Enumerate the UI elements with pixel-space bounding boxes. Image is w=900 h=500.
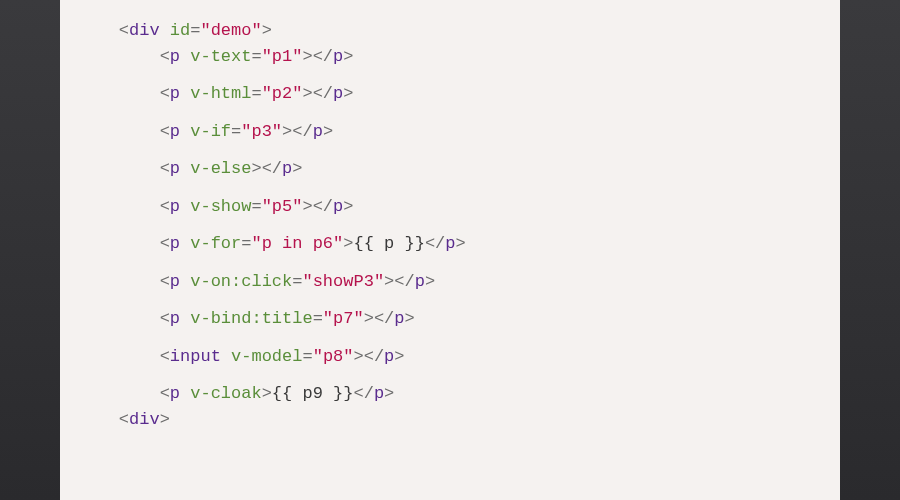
tag-p: p <box>170 384 180 403</box>
attr-v-if: v-if <box>190 122 231 141</box>
angle-close: > <box>302 47 312 66</box>
attr-v-else: v-else <box>190 159 251 178</box>
indent <box>78 410 119 429</box>
angle-close: > <box>343 197 353 216</box>
code-line: <p v-for="p in p6">{{ p }}</p> <box>60 231 840 257</box>
code-line: <input v-model="p8"></p> <box>60 344 840 370</box>
space <box>180 234 190 253</box>
space <box>180 272 190 291</box>
angle-open: < <box>160 272 170 291</box>
space <box>160 21 170 40</box>
attr-v-cloak: v-cloak <box>190 384 261 403</box>
equals: = <box>251 84 261 103</box>
quote: " <box>302 272 312 291</box>
tag-p: p <box>170 159 180 178</box>
indent <box>78 197 160 216</box>
code-line: <div id="demo"> <box>60 18 840 44</box>
quote: " <box>262 84 272 103</box>
space <box>221 347 231 366</box>
mustache-p: {{ p }} <box>353 234 424 253</box>
space <box>180 84 190 103</box>
angle-open: < <box>160 159 170 178</box>
tag-input: input <box>170 347 221 366</box>
val-p2: p2 <box>272 84 292 103</box>
equals: = <box>241 234 251 253</box>
quote: " <box>333 234 343 253</box>
quote: " <box>292 84 302 103</box>
angle-close: > <box>343 234 353 253</box>
tag-p: p <box>170 84 180 103</box>
angle-close: > <box>404 309 414 328</box>
code-line: <p v-cloak>{{ p9 }}</p> <box>60 381 840 407</box>
space <box>180 384 190 403</box>
val-p8: p8 <box>323 347 343 366</box>
indent <box>78 272 160 291</box>
attr-v-text: v-text <box>190 47 251 66</box>
space <box>180 309 190 328</box>
blank-line <box>60 369 840 381</box>
quote: " <box>262 197 272 216</box>
blank-line <box>60 69 840 81</box>
indent <box>78 47 160 66</box>
quote: " <box>292 197 302 216</box>
tag-p: p <box>170 47 180 66</box>
angle-open: < <box>160 384 170 403</box>
blank-line <box>60 294 840 306</box>
close-open: </ <box>374 309 394 328</box>
attr-v-for: v-for <box>190 234 241 253</box>
angle-close: > <box>302 84 312 103</box>
angle-close: > <box>394 347 404 366</box>
attr-id: id <box>170 21 190 40</box>
angle-close: > <box>343 84 353 103</box>
quote: " <box>200 21 210 40</box>
equals: = <box>313 309 323 328</box>
close-open: </ <box>425 234 445 253</box>
angle-open: < <box>160 84 170 103</box>
equals: = <box>292 272 302 291</box>
angle-close: > <box>160 410 170 429</box>
angle-close: > <box>384 272 394 291</box>
val-showP3: showP3 <box>313 272 374 291</box>
angle-close: > <box>282 122 292 141</box>
code-line: <p v-else></p> <box>60 156 840 182</box>
angle-close: > <box>302 197 312 216</box>
tag-p-close: p <box>282 159 292 178</box>
angle-open: < <box>119 410 129 429</box>
close-open: </ <box>313 84 333 103</box>
indent <box>78 234 160 253</box>
close-open: </ <box>313 47 333 66</box>
tag-p-close: p <box>374 384 384 403</box>
equals: = <box>231 122 241 141</box>
angle-close: > <box>292 159 302 178</box>
tag-p: p <box>170 309 180 328</box>
attr-v-on-click: v-on:click <box>190 272 292 291</box>
val-p3: p3 <box>251 122 271 141</box>
angle-open: < <box>119 21 129 40</box>
angle-open: < <box>160 122 170 141</box>
tag-div: div <box>129 21 160 40</box>
attr-v-html: v-html <box>190 84 251 103</box>
indent <box>78 21 119 40</box>
angle-open: < <box>160 347 170 366</box>
angle-open: < <box>160 197 170 216</box>
close-open: </ <box>313 197 333 216</box>
tag-p-close: p <box>333 47 343 66</box>
blank-line <box>60 107 840 119</box>
space <box>180 122 190 141</box>
tag-p-close: p <box>415 272 425 291</box>
indent <box>78 159 160 178</box>
angle-open: < <box>160 309 170 328</box>
quote: " <box>343 347 353 366</box>
angle-close: > <box>251 159 261 178</box>
close-open: </ <box>292 122 312 141</box>
quote: " <box>374 272 384 291</box>
indent <box>78 84 160 103</box>
val-demo: demo <box>211 21 252 40</box>
tag-p-close: p <box>445 234 455 253</box>
tag-div: div <box>129 410 160 429</box>
tag-p-close: p <box>333 197 343 216</box>
blank-line <box>60 219 840 231</box>
code-snippet-panel: <div id="demo"> <p v-text="p1"></p> <p v… <box>60 0 840 500</box>
tag-p-close: p <box>394 309 404 328</box>
indent <box>78 122 160 141</box>
